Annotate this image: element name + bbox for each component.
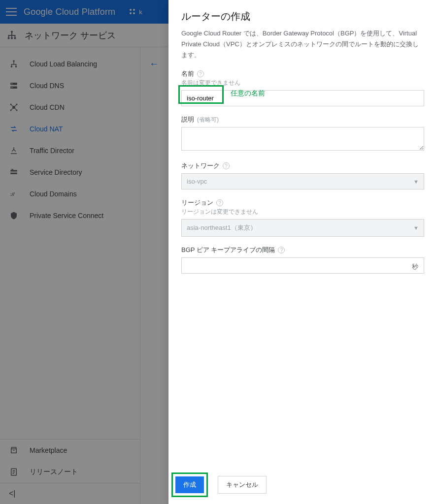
region-select[interactable]: asia-northeast1（東京） ▼ bbox=[181, 219, 424, 237]
description-input[interactable] bbox=[181, 127, 424, 151]
region-value: asia-northeast1（東京） bbox=[187, 223, 257, 232]
sidebar-item-label: Cloud CDN bbox=[30, 103, 65, 111]
svg-text:://: :// bbox=[10, 191, 15, 197]
sidebar-item-label: Service Directory bbox=[30, 168, 82, 176]
caret-down-icon: ▼ bbox=[413, 225, 419, 231]
svg-rect-17 bbox=[11, 64, 17, 65]
page-title: ネットワーク サービス bbox=[25, 30, 116, 41]
sidebar-item-dns[interactable]: Cloud DNS bbox=[0, 75, 140, 96]
help-icon[interactable]: ? bbox=[223, 162, 230, 169]
svg-rect-14 bbox=[11, 66, 12, 67]
sidebar-item-cdn[interactable]: Cloud CDN bbox=[0, 96, 140, 118]
product-name: Google Cloud Platform bbox=[24, 7, 115, 17]
annotation-name: 任意の名前 bbox=[231, 89, 265, 98]
back-arrow-icon[interactable]: ← bbox=[149, 58, 159, 69]
sidebar-item-label: Private Service Connect bbox=[30, 212, 103, 220]
svg-rect-29 bbox=[10, 170, 17, 172]
sidebar-collapse[interactable]: <| bbox=[0, 483, 140, 504]
sidebar-item-nat[interactable]: Cloud NAT bbox=[0, 118, 140, 140]
release-notes-icon bbox=[9, 467, 19, 477]
sidebar-item-label: Marketplace bbox=[30, 446, 67, 454]
sidebar-item-service-directory[interactable]: Service Directory bbox=[0, 161, 140, 183]
load-balancing-icon bbox=[9, 59, 19, 69]
highlight-create: 作成 bbox=[171, 472, 208, 497]
sidebar-item-release-notes[interactable]: リリースノート bbox=[0, 461, 140, 483]
desc-optional: (省略可) bbox=[197, 116, 219, 124]
svg-rect-6 bbox=[11, 37, 13, 39]
service-directory-icon bbox=[9, 167, 19, 177]
cdn-icon bbox=[9, 102, 19, 112]
sidebar-item-label: Traffic Director bbox=[30, 147, 74, 155]
svg-rect-11 bbox=[15, 35, 16, 37]
sidebar-item-psc[interactable]: Private Service Connect bbox=[0, 205, 140, 226]
svg-rect-13 bbox=[13, 61, 15, 62]
nat-icon bbox=[9, 124, 19, 134]
network-label: ネットワーク bbox=[181, 161, 220, 170]
name-label: 名前 bbox=[181, 69, 194, 78]
sidebar-item-domains[interactable]: :// Cloud Domains bbox=[0, 183, 140, 205]
sidebar-item-load-balancing[interactable]: Cloud Load Balancing bbox=[0, 53, 140, 75]
domains-icon: :// bbox=[9, 189, 19, 199]
svg-rect-18 bbox=[11, 64, 12, 66]
svg-rect-21 bbox=[10, 87, 17, 89]
psc-icon bbox=[9, 211, 19, 220]
project-dots-icon bbox=[129, 8, 136, 15]
svg-rect-7 bbox=[14, 37, 16, 39]
svg-rect-5 bbox=[8, 37, 10, 39]
svg-rect-15 bbox=[15, 66, 17, 67]
name-input[interactable] bbox=[181, 90, 424, 106]
panel-description: Google Cloud Router では、Border Gateway Pr… bbox=[181, 28, 424, 61]
region-label: リージョン bbox=[181, 198, 213, 207]
svg-point-23 bbox=[11, 87, 12, 88]
network-services-icon bbox=[5, 29, 19, 42]
svg-rect-12 bbox=[11, 35, 12, 37]
svg-point-1 bbox=[133, 9, 135, 11]
svg-rect-19 bbox=[16, 64, 17, 66]
sidebar-item-label: Cloud Domains bbox=[30, 190, 77, 198]
traffic-icon bbox=[9, 146, 19, 156]
project-selector[interactable]: k bbox=[129, 8, 142, 16]
network-select[interactable]: iso-vpc ▼ bbox=[181, 173, 424, 189]
svg-point-2 bbox=[130, 12, 132, 14]
svg-rect-10 bbox=[8, 35, 9, 37]
menu-icon[interactable] bbox=[6, 8, 17, 16]
sidebar-item-traffic-director[interactable]: Traffic Director bbox=[0, 140, 140, 161]
help-icon[interactable]: ? bbox=[216, 199, 223, 206]
bgp-label: BGP ピア キープアライブの間隔 bbox=[181, 246, 275, 254]
network-value: iso-vpc bbox=[187, 178, 207, 185]
svg-point-3 bbox=[133, 12, 135, 14]
sidebar-item-marketplace[interactable]: Marketplace bbox=[0, 440, 140, 461]
sidebar-item-label: Cloud NAT bbox=[30, 125, 63, 133]
project-name: k bbox=[139, 8, 142, 16]
svg-rect-30 bbox=[10, 173, 17, 174]
svg-point-22 bbox=[11, 83, 12, 84]
svg-rect-16 bbox=[13, 62, 14, 64]
create-button[interactable]: 作成 bbox=[175, 476, 204, 493]
caret-down-icon: ▼ bbox=[413, 179, 419, 185]
desc-label: 説明 bbox=[181, 115, 194, 124]
svg-rect-31 bbox=[12, 169, 13, 170]
name-hint: 名前は変更できません bbox=[181, 79, 424, 87]
bgp-unit: 秒 bbox=[412, 262, 418, 271]
bgp-keepalive-input[interactable] bbox=[181, 257, 424, 274]
svg-point-24 bbox=[12, 106, 15, 109]
help-icon[interactable]: ? bbox=[278, 247, 285, 253]
dns-icon bbox=[9, 81, 19, 91]
help-icon[interactable]: ? bbox=[197, 70, 204, 77]
marketplace-icon bbox=[9, 445, 19, 455]
panel-title: ルーターの作成 bbox=[181, 10, 424, 23]
sidebar-item-label: リリースノート bbox=[30, 468, 78, 476]
sidebar: Cloud Load Balancing Cloud DNS Cloud CDN… bbox=[0, 47, 140, 504]
svg-point-0 bbox=[130, 9, 132, 11]
cancel-button[interactable]: キャンセル bbox=[218, 476, 267, 494]
collapse-icon: <| bbox=[9, 489, 16, 498]
create-router-panel: ルーターの作成 Google Cloud Router では、Border Ga… bbox=[168, 0, 437, 504]
sidebar-item-label: Cloud DNS bbox=[30, 82, 64, 90]
region-hint: リージョンは変更できません bbox=[181, 208, 424, 216]
sidebar-item-label: Cloud Load Balancing bbox=[30, 60, 97, 68]
svg-rect-4 bbox=[11, 31, 13, 32]
svg-rect-20 bbox=[10, 83, 17, 85]
